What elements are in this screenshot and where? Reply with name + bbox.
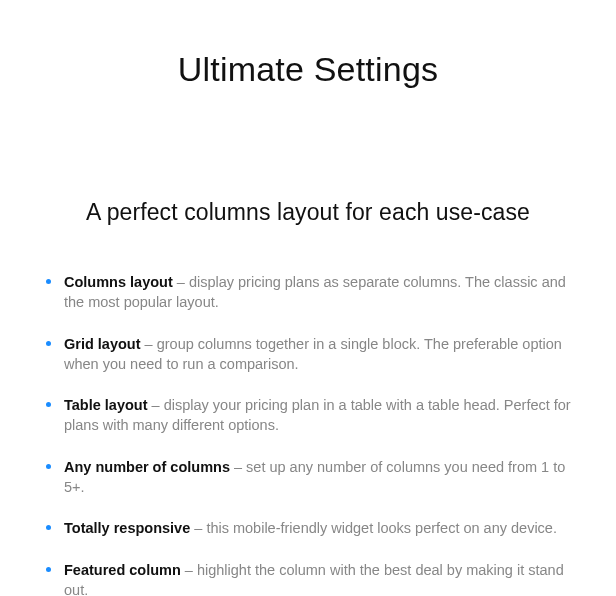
feature-name: Totally responsive <box>64 520 190 536</box>
list-item: Featured column – highlight the column w… <box>44 560 572 596</box>
feature-name: Featured column <box>64 562 181 578</box>
feature-desc: this mobile-friendly widget looks perfec… <box>206 520 557 536</box>
separator: – <box>173 274 189 290</box>
list-item: Any number of columns – set up any numbe… <box>44 457 572 498</box>
feature-name: Grid layout <box>64 336 141 352</box>
sub-title: A perfect columns layout for each use-ca… <box>44 199 572 226</box>
feature-name: Columns layout <box>64 274 173 290</box>
main-title: Ultimate Settings <box>44 50 572 89</box>
separator: – <box>181 562 197 578</box>
list-item: Totally responsive – this mobile-friendl… <box>44 518 572 538</box>
list-item: Table layout – display your pricing plan… <box>44 395 572 436</box>
separator: – <box>141 336 157 352</box>
feature-name: Any number of columns <box>64 459 230 475</box>
feature-list: Columns layout – display pricing plans a… <box>44 272 572 596</box>
separator: – <box>190 520 206 536</box>
feature-name: Table layout <box>64 397 148 413</box>
list-item: Columns layout – display pricing plans a… <box>44 272 572 313</box>
list-item: Grid layout – group columns together in … <box>44 334 572 375</box>
separator: – <box>148 397 164 413</box>
separator: – <box>230 459 246 475</box>
